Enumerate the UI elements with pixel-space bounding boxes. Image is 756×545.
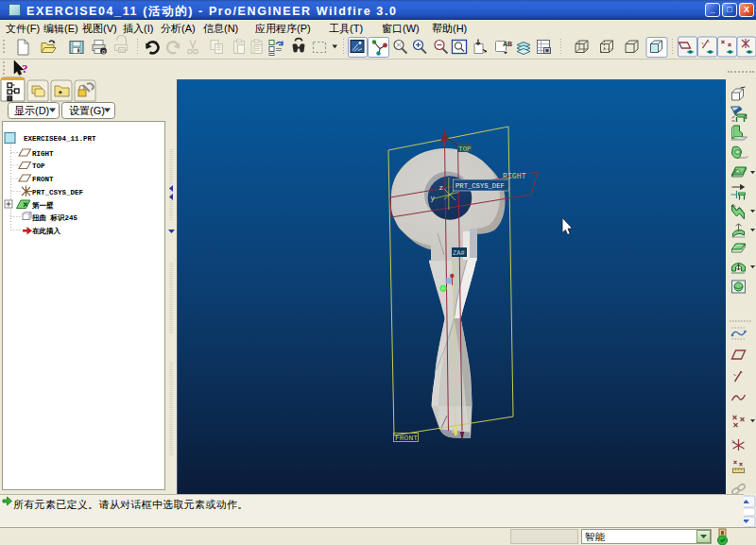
svg-text:PRT_CSYS_DEF: PRT_CSYS_DEF: [32, 189, 84, 196]
svg-text:RIGHT: RIGHT: [503, 172, 526, 180]
svg-text:?: ?: [22, 61, 28, 76]
svg-text:y: y: [431, 195, 436, 202]
svg-text:*: *: [59, 89, 62, 98]
svg-text:设置(G): 设置(G): [69, 105, 105, 116]
svg-text:EXERCISE04_11.PRT: EXERCISE04_11.PRT: [24, 135, 96, 143]
svg-text:在此插入: 在此插入: [31, 227, 61, 235]
svg-text:显示(D): 显示(D): [14, 105, 49, 116]
svg-text:FRONT: FRONT: [32, 176, 54, 183]
svg-text:扭曲 标识245: 扭曲 标识245: [31, 213, 78, 222]
svg-text:z: z: [439, 184, 444, 192]
svg-text:ZA#: ZA#: [453, 249, 465, 257]
svg-text:PRT_CSYS_DEF: PRT_CSYS_DEF: [455, 182, 505, 190]
svg-text:TOP: TOP: [32, 162, 45, 170]
svg-text:FRONT: FRONT: [395, 434, 418, 442]
svg-text:TOP: TOP: [458, 145, 471, 153]
svg-text:RIGHT: RIGHT: [32, 150, 54, 158]
svg-text:AB: AB: [503, 41, 512, 47]
svg-text:第一壁: 第一壁: [31, 201, 54, 210]
